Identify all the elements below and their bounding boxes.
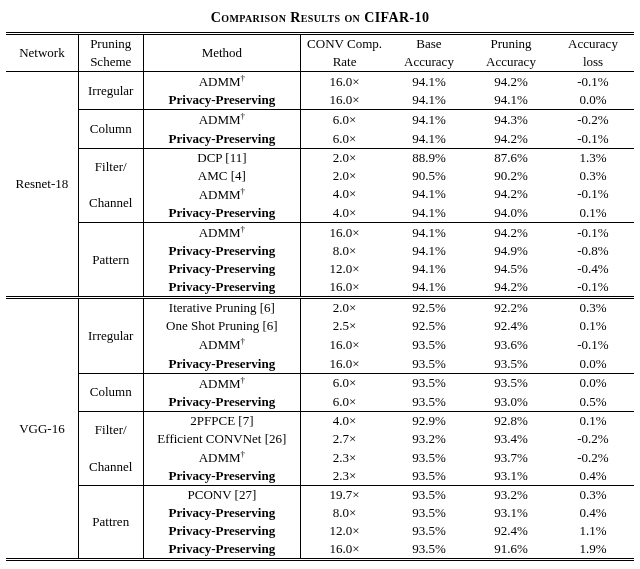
method-cell: Privacy-Preserving bbox=[143, 522, 300, 540]
loss-cell: 0.1% bbox=[552, 411, 634, 430]
method-cell: Privacy-Preserving bbox=[143, 467, 300, 486]
prune-cell: 92.8% bbox=[470, 411, 552, 430]
base-cell: 92.5% bbox=[388, 317, 470, 335]
method-cell: Efficient CONVNet [26] bbox=[143, 430, 300, 448]
rate-cell: 2.0× bbox=[301, 148, 388, 167]
scheme-cell-l2: Channel bbox=[78, 185, 143, 223]
table-title: Comparison Results on CIFAR-10 bbox=[6, 10, 634, 26]
table-row: Pattern ADMM† 16.0× 94.1% 94.2% -0.1% bbox=[6, 222, 634, 242]
method-cell: Privacy-Preserving bbox=[143, 242, 300, 260]
loss-cell: -0.1% bbox=[552, 222, 634, 242]
prune-cell: 93.1% bbox=[470, 504, 552, 522]
base-cell: 92.5% bbox=[388, 298, 470, 318]
loss-cell: 0.0% bbox=[552, 91, 634, 110]
loss-cell: 1.9% bbox=[552, 540, 634, 560]
rate-cell: 16.0× bbox=[301, 91, 388, 110]
loss-cell: 0.3% bbox=[552, 486, 634, 505]
scheme-cell-l1: Filter/ bbox=[78, 148, 143, 185]
method-cell: ADMM† bbox=[143, 72, 300, 92]
base-cell: 93.5% bbox=[388, 335, 470, 354]
loss-cell: -0.2% bbox=[552, 430, 634, 448]
results-table: Network Pruning Method CONV Comp. Base P… bbox=[6, 32, 634, 561]
base-cell: 93.5% bbox=[388, 540, 470, 560]
rate-cell: 2.3× bbox=[301, 467, 388, 486]
prune-cell: 91.6% bbox=[470, 540, 552, 560]
rate-cell: 6.0× bbox=[301, 110, 388, 130]
method-cell: One Shot Pruning [6] bbox=[143, 317, 300, 335]
base-cell: 94.1% bbox=[388, 110, 470, 130]
loss-cell: -0.1% bbox=[552, 335, 634, 354]
col-header-base-l2: Accuracy bbox=[388, 53, 470, 72]
table-row: VGG-16 Irregular Iterative Pruning [6] 2… bbox=[6, 298, 634, 318]
rate-cell: 8.0× bbox=[301, 504, 388, 522]
rate-cell: 19.7× bbox=[301, 486, 388, 505]
scheme-cell-l2: Channel bbox=[78, 448, 143, 486]
col-header-acc-l2: loss bbox=[552, 53, 634, 72]
col-header-acc-l1: Accuracy bbox=[552, 34, 634, 54]
method-cell: Privacy-Preserving bbox=[143, 130, 300, 149]
method-cell: Privacy-Preserving bbox=[143, 260, 300, 278]
base-cell: 94.1% bbox=[388, 260, 470, 278]
base-cell: 94.1% bbox=[388, 185, 470, 204]
prune-cell: 87.6% bbox=[470, 148, 552, 167]
prune-cell: 94.2% bbox=[470, 72, 552, 92]
col-header-base-l1: Base bbox=[388, 34, 470, 54]
rate-cell: 6.0× bbox=[301, 130, 388, 149]
loss-cell: -0.1% bbox=[552, 72, 634, 92]
col-header-scheme-l1: Pruning bbox=[78, 34, 143, 54]
base-cell: 94.1% bbox=[388, 72, 470, 92]
base-cell: 93.2% bbox=[388, 430, 470, 448]
method-cell: PCONV [27] bbox=[143, 486, 300, 505]
prune-cell: 93.0% bbox=[470, 393, 552, 412]
loss-cell: 0.0% bbox=[552, 355, 634, 374]
table-row: Filter/ DCP [11] 2.0× 88.9% 87.6% 1.3% bbox=[6, 148, 634, 167]
loss-cell: 1.1% bbox=[552, 522, 634, 540]
base-cell: 93.5% bbox=[388, 522, 470, 540]
prune-cell: 94.9% bbox=[470, 242, 552, 260]
rate-cell: 2.0× bbox=[301, 167, 388, 185]
loss-cell: 0.4% bbox=[552, 504, 634, 522]
table-row: Channel ADMM† 4.0× 94.1% 94.2% -0.1% bbox=[6, 185, 634, 204]
base-cell: 94.1% bbox=[388, 91, 470, 110]
rate-cell: 12.0× bbox=[301, 260, 388, 278]
col-header-network: Network bbox=[6, 34, 78, 72]
rate-cell: 6.0× bbox=[301, 373, 388, 393]
method-cell: Privacy-Preserving bbox=[143, 278, 300, 298]
rate-cell: 2.7× bbox=[301, 430, 388, 448]
scheme-cell: Irregular bbox=[78, 298, 143, 373]
base-cell: 94.1% bbox=[388, 242, 470, 260]
rate-cell: 2.0× bbox=[301, 298, 388, 318]
base-cell: 90.5% bbox=[388, 167, 470, 185]
method-cell: Privacy-Preserving bbox=[143, 393, 300, 412]
prune-cell: 92.2% bbox=[470, 298, 552, 318]
scheme-cell: Irregular bbox=[78, 72, 143, 110]
loss-cell: 1.3% bbox=[552, 148, 634, 167]
rate-cell: 6.0× bbox=[301, 393, 388, 412]
base-cell: 88.9% bbox=[388, 148, 470, 167]
rate-cell: 8.0× bbox=[301, 242, 388, 260]
loss-cell: 0.3% bbox=[552, 298, 634, 318]
prune-cell: 94.1% bbox=[470, 91, 552, 110]
base-cell: 93.5% bbox=[388, 486, 470, 505]
loss-cell: 0.5% bbox=[552, 393, 634, 412]
col-header-conv-l1: CONV Comp. bbox=[301, 34, 388, 54]
base-cell: 93.5% bbox=[388, 448, 470, 467]
base-cell: 93.5% bbox=[388, 355, 470, 374]
base-cell: 94.1% bbox=[388, 278, 470, 298]
col-header-pruning-l2: Accuracy bbox=[470, 53, 552, 72]
rate-cell: 16.0× bbox=[301, 355, 388, 374]
loss-cell: -0.2% bbox=[552, 448, 634, 467]
rate-cell: 16.0× bbox=[301, 278, 388, 298]
prune-cell: 93.1% bbox=[470, 467, 552, 486]
method-cell: Privacy-Preserving bbox=[143, 504, 300, 522]
prune-cell: 94.3% bbox=[470, 110, 552, 130]
prune-cell: 92.4% bbox=[470, 522, 552, 540]
loss-cell: -0.1% bbox=[552, 278, 634, 298]
base-cell: 94.1% bbox=[388, 204, 470, 223]
table-row: Pattren PCONV [27] 19.7× 93.5% 93.2% 0.3… bbox=[6, 486, 634, 505]
prune-cell: 93.4% bbox=[470, 430, 552, 448]
table-row: Column ADMM† 6.0× 93.5% 93.5% 0.0% bbox=[6, 373, 634, 393]
method-cell: Iterative Pruning [6] bbox=[143, 298, 300, 318]
rate-cell: 2.5× bbox=[301, 317, 388, 335]
method-cell: ADMM† bbox=[143, 373, 300, 393]
